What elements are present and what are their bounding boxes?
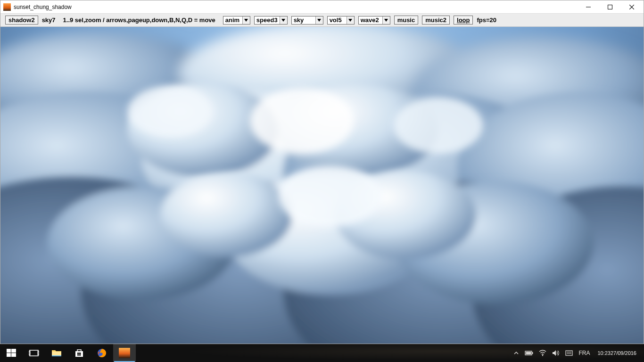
store-button[interactable] xyxy=(68,344,91,362)
chevron-down-icon xyxy=(280,16,287,24)
store-icon xyxy=(74,348,84,358)
anim-select[interactable]: anim xyxy=(223,16,250,25)
chevron-down-icon xyxy=(347,16,354,24)
svg-marker-5 xyxy=(281,19,285,22)
clock-time: 10:23 xyxy=(597,350,611,356)
svg-rect-35 xyxy=(11,353,16,357)
tray-overflow-button[interactable] xyxy=(511,344,522,362)
minimize-icon xyxy=(586,5,591,9)
app-icon xyxy=(3,3,11,11)
toolbar: shadow2 sky7 1..9 sel,zoom / arrows,page… xyxy=(0,14,644,27)
minimize-button[interactable] xyxy=(578,0,599,14)
svg-rect-43 xyxy=(79,354,81,356)
vol-select[interactable]: vol5 xyxy=(327,16,355,25)
window-title: sunset_chung_shadow xyxy=(14,4,578,10)
svg-rect-49 xyxy=(566,351,572,355)
language-label: FRA xyxy=(578,350,590,356)
svg-point-31 xyxy=(278,165,382,227)
svg-rect-47 xyxy=(526,352,531,354)
app-window: sunset_chung_shadow shadow2 sky7 1..9 se… xyxy=(0,0,644,344)
windows-icon xyxy=(6,348,17,358)
svg-rect-32 xyxy=(7,349,11,353)
music-button[interactable]: music xyxy=(394,16,419,25)
close-icon xyxy=(629,5,634,9)
titlebar[interactable]: sunset_chung_shadow xyxy=(0,0,644,14)
svg-point-48 xyxy=(542,355,543,356)
svg-rect-36 xyxy=(30,350,38,356)
window-controls xyxy=(578,0,643,14)
viewport[interactable] xyxy=(0,27,644,344)
firefox-icon xyxy=(97,348,107,358)
wifi-button[interactable] xyxy=(536,344,549,362)
svg-rect-46 xyxy=(532,352,533,354)
taskbar: FRA 10:23 27/09/2016 xyxy=(0,344,644,362)
task-view-button[interactable] xyxy=(23,344,45,362)
help-text: 1..9 sel,zoom / arrows,pageup,down,B,N,Q… xyxy=(63,16,215,24)
file-explorer-button[interactable] xyxy=(45,344,68,362)
folder-icon xyxy=(51,348,62,358)
task-view-icon xyxy=(29,348,39,358)
sunset-app-icon xyxy=(119,348,130,358)
chevron-down-icon xyxy=(315,16,323,24)
svg-rect-40 xyxy=(77,353,79,354)
loop-button[interactable]: loop xyxy=(454,16,473,25)
close-button[interactable] xyxy=(621,0,643,14)
svg-rect-1 xyxy=(608,5,612,9)
svg-point-26 xyxy=(161,173,293,257)
shadow-button[interactable]: shadow2 xyxy=(5,16,38,25)
sky-select[interactable]: sky xyxy=(291,16,323,25)
battery-button[interactable] xyxy=(522,344,536,362)
volume-button[interactable] xyxy=(549,344,562,362)
chevron-down-icon xyxy=(382,16,390,24)
clock-date: 27/09/2016 xyxy=(611,350,636,356)
maximize-icon xyxy=(608,5,612,9)
anim-select-value: anim xyxy=(223,16,242,24)
running-app-button[interactable] xyxy=(113,344,136,362)
maximize-button[interactable] xyxy=(599,0,621,14)
sky-select-value: sky xyxy=(292,16,315,24)
svg-marker-4 xyxy=(244,19,248,22)
speaker-icon xyxy=(552,350,560,356)
wifi-icon xyxy=(539,350,546,356)
show-desktop-button[interactable] xyxy=(641,344,644,362)
speed-select-value: speed3 xyxy=(255,16,280,24)
wave-select[interactable]: wave2 xyxy=(358,16,390,25)
svg-point-29 xyxy=(128,86,213,138)
system-tray: FRA 10:23 27/09/2016 xyxy=(511,344,644,362)
speed-select[interactable]: speed3 xyxy=(254,16,288,25)
wave-select-value: wave2 xyxy=(359,16,382,24)
svg-rect-33 xyxy=(11,349,16,353)
language-button[interactable]: FRA xyxy=(576,344,593,362)
battery-icon xyxy=(525,350,533,356)
svg-marker-7 xyxy=(348,19,352,22)
firefox-button[interactable] xyxy=(91,344,113,362)
svg-rect-39 xyxy=(52,355,61,356)
clock-button[interactable]: 10:23 27/09/2016 xyxy=(593,344,641,362)
svg-marker-6 xyxy=(317,19,321,22)
svg-point-30 xyxy=(394,98,483,154)
chevron-up-icon xyxy=(513,350,519,356)
keyboard-icon xyxy=(565,350,573,356)
svg-marker-8 xyxy=(384,19,388,22)
svg-rect-42 xyxy=(77,354,79,356)
svg-rect-41 xyxy=(79,353,81,354)
start-button[interactable] xyxy=(0,344,23,362)
ime-button[interactable] xyxy=(562,344,576,362)
sky-label: sky7 xyxy=(42,16,56,24)
svg-rect-34 xyxy=(7,353,11,357)
music2-button[interactable]: music2 xyxy=(422,16,450,25)
vol-select-value: vol5 xyxy=(328,16,347,24)
chevron-down-icon xyxy=(242,16,250,24)
fps-label: fps=20 xyxy=(477,16,496,24)
clouds-image xyxy=(0,27,644,344)
svg-point-28 xyxy=(250,88,354,154)
